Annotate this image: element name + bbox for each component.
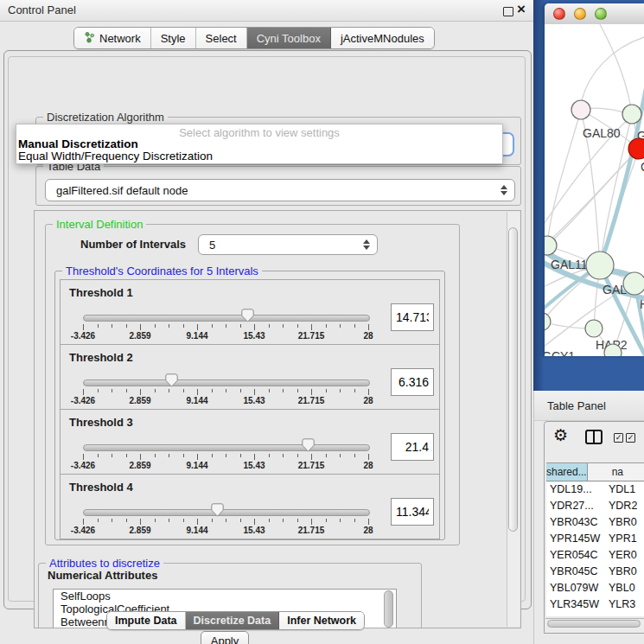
viewport-scrollbar[interactable] xyxy=(507,212,520,627)
tab-discretize-data[interactable]: Discretize Data xyxy=(186,612,280,629)
table-row[interactable]: YBR045CYBR0 xyxy=(546,564,644,580)
tab-impute-data[interactable]: Impute Data xyxy=(107,612,186,629)
table-row[interactable]: YLR345WYLR3 xyxy=(546,596,644,613)
network-node-gal[interactable] xyxy=(622,105,641,124)
window-minimize-button[interactable] xyxy=(574,8,586,20)
network-icon xyxy=(84,31,95,46)
threshold-slider[interactable]: -3.4262.8599.14415.4321.71528 xyxy=(83,280,368,344)
threshold-value-input[interactable] xyxy=(391,433,434,461)
cell-shared-name: YPR145W xyxy=(546,531,603,547)
network-node-h[interactable] xyxy=(623,272,644,295)
threshold-value-input[interactable] xyxy=(391,303,434,331)
table-row[interactable]: YIL052CYIL0 xyxy=(546,613,644,616)
slider-thumb[interactable] xyxy=(165,373,178,387)
slider-track[interactable] xyxy=(83,315,370,322)
cell-shared-name: YDR27... xyxy=(546,498,603,514)
table-hscrollbar-thumb[interactable] xyxy=(547,620,641,628)
cell-shared-name: YIL052C xyxy=(546,613,603,616)
apply-button[interactable]: Apply xyxy=(201,631,249,644)
attributes-list-scrollbar[interactable] xyxy=(384,590,393,628)
table-row[interactable]: YBR043CYBR0 xyxy=(546,514,644,531)
table-row[interactable]: YDL19...YDL1 xyxy=(546,481,644,498)
screenshot-root: Control Panel × NetworkStyleSelectCyni T… xyxy=(0,0,644,644)
slider-thumb[interactable] xyxy=(211,503,224,517)
network-node-label: GAL80 xyxy=(583,126,621,140)
window-zoom-button[interactable] xyxy=(595,8,607,20)
network-node-label: C xyxy=(641,160,644,174)
slider-track[interactable] xyxy=(83,379,370,386)
viewport-scrollbar-thumb[interactable] xyxy=(508,227,518,532)
tab-infer-network[interactable]: Infer Network xyxy=(279,612,364,629)
popup-option-manual-discretization[interactable]: Manual Discretization xyxy=(18,137,138,150)
close-icon[interactable]: × xyxy=(517,1,526,18)
network-node-gal4[interactable] xyxy=(586,252,614,279)
control-panel-title: Control Panel xyxy=(8,3,76,16)
table-header-row: shared... na xyxy=(546,462,644,481)
combo-spinner-icon[interactable] xyxy=(363,239,370,250)
threshold-slider[interactable]: -3.4262.8599.14415.4321.71528 xyxy=(83,475,368,539)
tab-label: Discretize Data xyxy=(194,615,271,627)
number-of-intervals-label: Number of Intervals xyxy=(80,238,186,251)
table-data-combobox[interactable]: galFiltered.sif default node xyxy=(45,179,515,201)
combo-spinner-icon[interactable] xyxy=(501,185,507,195)
gear-icon[interactable]: ⚙ xyxy=(553,427,568,443)
threshold-value-input[interactable] xyxy=(391,368,434,396)
slider-track[interactable] xyxy=(83,509,370,516)
table-panel-titlebar: Table Panel xyxy=(534,391,644,421)
network-view-window: GAL80GALCGAL11GAL4GCY1HHAP2 xyxy=(545,3,644,356)
column-header-shared-name[interactable]: shared... xyxy=(546,463,588,481)
network-node[interactable] xyxy=(604,344,622,356)
column-layout-icon[interactable] xyxy=(585,430,603,444)
table-rows: YDL19...YDL1YDR27...YDR2YBR043CYBR0YPR14… xyxy=(546,481,644,616)
checkbox-icon[interactable]: ✓ xyxy=(614,433,623,443)
tab-label: jActiveMNodules xyxy=(341,32,424,45)
network-canvas[interactable]: GAL80GALCGAL11GAL4GCY1HHAP2 xyxy=(545,24,644,356)
slider-ticks xyxy=(83,324,368,331)
threshold-value-input[interactable] xyxy=(391,498,434,526)
algorithm-dropdown-popup: Select algorithm to view settings Manual… xyxy=(16,124,503,164)
tab-label: Network xyxy=(99,32,141,45)
slider-thumb[interactable] xyxy=(302,438,315,452)
attribute-item-selfloops[interactable]: SelfLoops xyxy=(54,590,396,603)
threshold-slider[interactable]: -3.4262.8599.14415.4321.71528 xyxy=(83,410,368,474)
slider-track[interactable] xyxy=(83,444,370,451)
table-row[interactable]: YPR145WYPR1 xyxy=(546,531,644,547)
cell-name: YBL0 xyxy=(603,580,635,596)
thresholds-coordinates-title: Threshold's Coordinates for 5 Intervals xyxy=(62,265,262,277)
tab-style[interactable]: Style xyxy=(151,28,196,48)
network-node-gcy1[interactable] xyxy=(545,313,551,330)
table-row[interactable]: YDR27...YDR2 xyxy=(546,498,644,514)
tab-jactivemnodules[interactable]: jActiveMNodules xyxy=(331,28,434,48)
number-of-intervals-combobox[interactable]: 5 xyxy=(198,234,378,255)
cell-shared-name: YDL19... xyxy=(546,481,603,498)
float-window-icon[interactable] xyxy=(503,7,513,16)
network-node-hap2[interactable] xyxy=(585,320,603,337)
network-node-label: H xyxy=(640,297,644,311)
slider-tick-labels: -3.4262.8599.14415.4321.71528 xyxy=(83,331,368,341)
network-node-gal80[interactable] xyxy=(571,100,590,119)
slider-thumb[interactable] xyxy=(241,309,254,322)
checkbox-icon[interactable]: ✓ xyxy=(626,433,635,443)
tab-select[interactable]: Select xyxy=(196,28,247,48)
network-node-label: GCY1 xyxy=(545,349,575,356)
network-canvas-svg: GAL80GALCGAL11GAL4GCY1HHAP2 xyxy=(545,24,644,356)
bottom-tab-bar: Impute DataDiscretize DataInfer Network xyxy=(106,611,365,630)
table-row[interactable]: YBL079WYBL0 xyxy=(546,580,644,596)
column-header-name[interactable]: na xyxy=(588,463,644,481)
table-row[interactable]: YER054CYER0 xyxy=(546,547,644,564)
network-node-c[interactable] xyxy=(628,138,644,159)
number-of-intervals-value: 5 xyxy=(209,235,215,254)
threshold-slider[interactable]: -3.4262.8599.14415.4321.71528 xyxy=(83,345,368,409)
cell-shared-name: YBR043C xyxy=(546,514,603,531)
slider-ticks xyxy=(83,389,368,396)
tab-network[interactable]: Network xyxy=(74,28,151,48)
tab-cyni-toolbox[interactable]: Cyni Toolbox xyxy=(247,28,331,48)
discretization-algorithm-title: Discretization Algorithm xyxy=(43,111,168,124)
tab-label: Infer Network xyxy=(287,615,356,627)
window-close-button[interactable] xyxy=(553,8,565,20)
table-horizontal-scrollbar[interactable] xyxy=(545,618,644,629)
cell-name: YER0 xyxy=(603,547,637,564)
interval-definition-title: Interval Definition xyxy=(53,218,146,231)
interval-definition-group: Interval Definition Number of Intervals … xyxy=(45,224,460,545)
popup-option-equal-width-frequency[interactable]: Equal Width/Frequency Discretization xyxy=(18,150,213,163)
